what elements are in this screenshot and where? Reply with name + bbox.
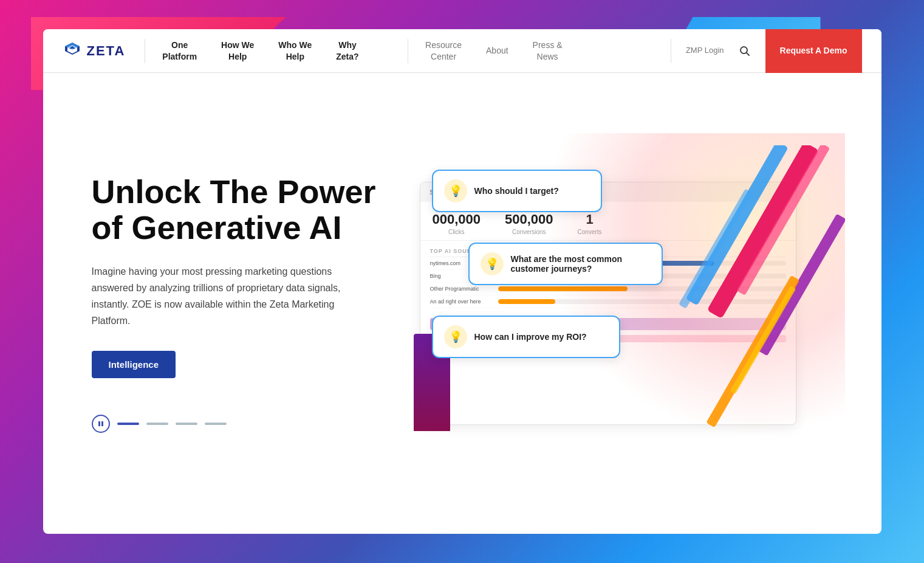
nav-item-how-we-help[interactable]: How WeHelp — [209, 35, 266, 66]
nav-divider-2 — [408, 39, 408, 63]
search-icon — [739, 45, 751, 57]
bar-fill-3 — [498, 286, 628, 291]
bubble-text-1: Who should I target? — [474, 186, 559, 196]
stat-conversions: 500,000 Conversions — [505, 212, 553, 235]
hero-title-line2: of Generative AI — [92, 209, 342, 246]
carousel-dot-4[interactable] — [205, 423, 227, 425]
nav-item-one-platform[interactable]: OnePlatform — [150, 35, 209, 66]
dashboard-card: SOURCES 000,000 Clicks 500,000 Conversio… — [420, 182, 796, 425]
pause-icon — [98, 421, 104, 427]
chat-bubble-1: 💡 Who should I target? — [432, 170, 602, 212]
bubble-icon-2: 💡 — [481, 252, 504, 275]
hero-section: Unlock The Power of Generative AI Imagin… — [43, 73, 881, 534]
nav-divider-3 — [671, 39, 671, 63]
chat-bubble-3: 💡 How can I improve my ROI? — [432, 316, 620, 358]
nav-item-who-we-help[interactable]: Who WeHelp — [266, 35, 324, 66]
request-demo-button[interactable]: Request A Demo — [765, 29, 862, 73]
stat-converts: 1 Converts — [578, 212, 602, 235]
stat-conversions-label: Conversions — [505, 229, 553, 235]
pause-button[interactable] — [92, 415, 110, 433]
stat-clicks-label: Clicks — [433, 229, 481, 235]
bar-container-4 — [498, 299, 786, 304]
hero-title-line1: Unlock The Power — [92, 173, 376, 210]
nav-right-actions: ZMP Login Request A Demo — [666, 29, 862, 73]
nav-item-about[interactable]: About — [474, 40, 521, 61]
stat-conversions-value: 500,000 — [505, 212, 553, 227]
svg-rect-1 — [98, 421, 100, 426]
hero-title: Unlock The Power of Generative AI — [92, 174, 383, 246]
hero-left: Unlock The Power of Generative AI Imagin… — [92, 174, 383, 433]
carousel-dot-3[interactable] — [176, 423, 197, 425]
carousel-dot-1[interactable] — [117, 423, 139, 425]
nav-item-press-news[interactable]: Press &News — [521, 35, 575, 66]
nav-items-right: ResourceCenter About Press &News — [413, 35, 666, 66]
nav-divider-1 — [145, 39, 145, 63]
nav-items: OnePlatform How WeHelp Who WeHelp WhyZet… — [150, 35, 403, 66]
table-row-3-label: Other Programmatic — [430, 286, 491, 292]
carousel-dot-2[interactable] — [146, 423, 168, 425]
page-wrapper: ZETA OnePlatform How WeHelp Who WeHelp W… — [43, 29, 881, 534]
logo-icon — [63, 41, 82, 61]
chat-bubble-2: 💡 What are the most commoncustomer journ… — [468, 243, 663, 285]
bubble-text-3: How can I improve my ROI? — [474, 332, 587, 342]
hero-right: SOURCES 000,000 Clicks 500,000 Conversio… — [420, 145, 833, 461]
bar-container-3 — [498, 286, 786, 291]
table-row-4-label: An ad right over here — [430, 299, 491, 305]
nav-item-resource-center[interactable]: ResourceCenter — [413, 35, 474, 66]
logo-area[interactable]: ZETA — [63, 41, 126, 61]
navbar: ZETA OnePlatform How WeHelp Who WeHelp W… — [43, 29, 881, 73]
bubble-icon-3: 💡 — [444, 325, 467, 348]
table-row-4: An ad right over here — [430, 295, 786, 308]
zmp-login[interactable]: ZMP Login — [686, 46, 724, 56]
hero-description: Imagine having your most pressing market… — [92, 263, 347, 330]
stat-converts-value: 1 — [578, 212, 602, 227]
intelligence-button[interactable]: Intelligence — [92, 351, 176, 378]
nav-item-why-zeta[interactable]: WhyZeta? — [324, 35, 371, 66]
svg-rect-2 — [101, 421, 103, 426]
main-card: ZETA OnePlatform How WeHelp Who WeHelp W… — [43, 29, 881, 534]
search-button[interactable] — [734, 40, 756, 62]
bubble-text-2: What are the most commoncustomer journey… — [511, 254, 623, 274]
stat-converts-label: Converts — [578, 229, 602, 235]
stat-clicks: 000,000 Clicks — [433, 212, 481, 235]
bar-fill-4 — [498, 299, 556, 304]
carousel-controls — [92, 415, 383, 433]
bubble-icon-1: 💡 — [444, 179, 467, 202]
logo-text: ZETA — [87, 43, 126, 59]
stat-clicks-value: 000,000 — [433, 212, 481, 227]
